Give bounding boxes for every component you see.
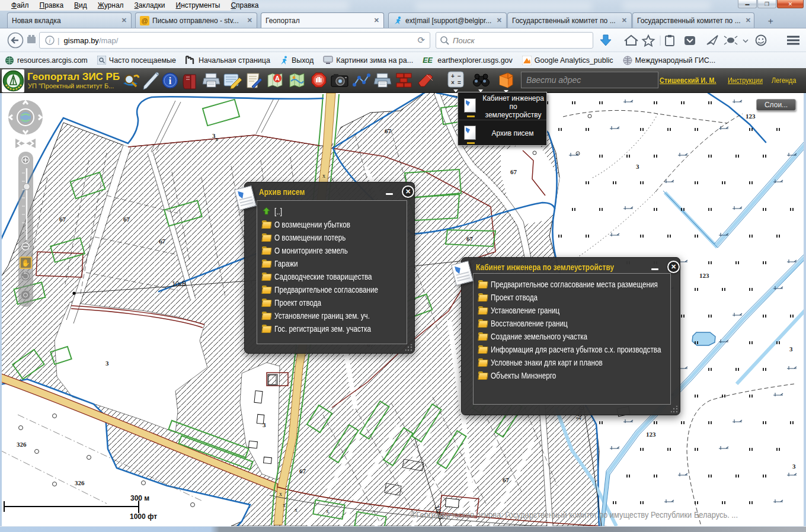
svg-text:@: @: [141, 17, 148, 24]
svg-text:−: −: [458, 73, 461, 79]
svg-text:i: i: [49, 37, 51, 44]
svg-text:=: =: [458, 79, 461, 86]
svg-text:✋: ✋: [21, 258, 30, 267]
svg-text:+: +: [451, 73, 455, 79]
svg-text:A: A: [275, 75, 280, 82]
svg-text:×: ×: [451, 79, 455, 86]
svg-text:i: i: [169, 76, 172, 86]
